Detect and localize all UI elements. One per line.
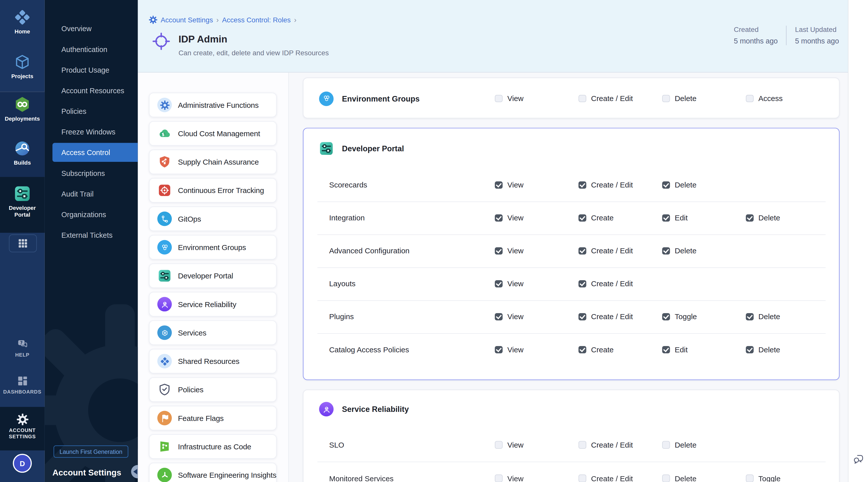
permission-checkbox[interactable] — [746, 346, 753, 354]
resource-category-list: Administrative Functions Cloud Cost Mana… — [138, 72, 289, 482]
avatar[interactable]: D — [13, 454, 32, 473]
permission-label: View — [507, 474, 523, 482]
permission-checkbox[interactable] — [662, 247, 670, 254]
permission-checkbox[interactable] — [495, 441, 502, 449]
permission-checkbox[interactable] — [662, 441, 670, 449]
permission-checkbox[interactable] — [662, 181, 670, 189]
permission-checkbox[interactable] — [495, 313, 502, 321]
permission-checkbox[interactable] — [579, 247, 586, 254]
rail-tool-help[interactable]: HELP — [0, 334, 45, 372]
breadcrumb-link-account-settings[interactable]: Account Settings — [161, 16, 213, 24]
category-continuous-error-tracking[interactable]: Continuous Error Tracking — [149, 178, 277, 203]
sidebar-item-overview[interactable]: Overview — [45, 18, 138, 39]
permission-row-cells: View Create / Edit — [495, 267, 662, 300]
sidebar-item-external-tickets[interactable]: External Tickets — [45, 225, 138, 245]
permission-checkbox[interactable] — [495, 95, 502, 102]
permission-label: Edit — [675, 345, 688, 354]
chat-support-icon[interactable] — [852, 453, 865, 465]
collapse-arrow-icon — [133, 469, 137, 475]
rail-tool-dashboards[interactable]: DASHBOARDS — [0, 372, 45, 407]
permission-checkbox[interactable] — [579, 214, 586, 222]
permission-checkbox[interactable] — [662, 95, 670, 102]
permission-checkbox[interactable] — [746, 313, 753, 321]
permission-checkbox[interactable] — [662, 475, 670, 482]
category-supply-chain-assurance[interactable]: Supply Chain Assurance — [149, 150, 277, 174]
category-policies[interactable]: Policies — [149, 377, 277, 402]
permission-checkbox[interactable] — [579, 475, 586, 482]
rail-module-deployments[interactable]: Deployments — [0, 91, 45, 137]
sidebar-item-product-usage[interactable]: Product Usage — [45, 60, 138, 81]
permission-label: View — [507, 280, 523, 288]
sidebar-item-authentication[interactable]: Authentication — [45, 39, 138, 60]
category-services[interactable]: Services — [149, 321, 277, 345]
category-gitops[interactable]: GitOps — [149, 207, 277, 231]
rail-module-builds[interactable]: Builds — [0, 137, 45, 177]
sidebar-item-access-control[interactable]: Access Control — [53, 143, 138, 162]
sidebar-item-account-resources[interactable]: Account Resources — [45, 81, 138, 101]
permission-checkbox[interactable] — [579, 441, 586, 449]
permission-checkbox[interactable] — [495, 346, 502, 354]
permission-row-cells: View Create / Edit Delete — [495, 169, 746, 202]
permission-checkbox[interactable] — [579, 95, 586, 102]
page-header: Account Settings › Access Control: Roles… — [138, 0, 848, 72]
avatar-section: D — [0, 450, 45, 482]
permission-row-label: Advanced Configuration — [303, 247, 409, 255]
tool-icon — [17, 375, 28, 387]
category-administrative-functions[interactable]: Administrative Functions — [149, 93, 277, 117]
permission-checkbox[interactable] — [579, 181, 586, 189]
permission-cell: Create / Edit — [579, 474, 662, 482]
breadcrumb-link-access-control-roles[interactable]: Access Control: Roles — [222, 16, 290, 24]
permission-cell: Delete — [746, 214, 830, 222]
launch-first-generation-button[interactable]: Launch First Generation — [54, 445, 128, 458]
permission-checkbox[interactable] — [579, 346, 586, 354]
category-label: Supply Chain Assurance — [178, 157, 259, 166]
category-software-engineering-insights[interactable]: Software Engineering Insights — [149, 463, 277, 482]
rail-module-developer-portal[interactable]: Developer Portal — [0, 177, 45, 233]
category-cloud-cost-management[interactable]: Cloud Cost Management — [149, 121, 277, 146]
category-label: Feature Flags — [178, 414, 224, 422]
category-environment-groups[interactable]: Environment Groups — [149, 235, 277, 260]
sidebar-item-organizations[interactable]: Organizations — [45, 204, 138, 225]
permission-cell: View — [495, 94, 579, 102]
permission-row-monitored-services: Monitored Services View Create / Edit De… — [303, 462, 839, 482]
all-modules-button[interactable] — [9, 235, 37, 252]
category-feature-flags[interactable]: Feature Flags — [149, 406, 277, 430]
permission-checkbox[interactable] — [746, 475, 753, 482]
permission-checkbox[interactable] — [662, 313, 670, 321]
permission-label: Create / Edit — [591, 312, 633, 321]
permission-checkbox[interactable] — [746, 214, 753, 222]
rail-module-home[interactable]: Home — [0, 0, 45, 46]
category-icon — [157, 212, 172, 226]
category-label: Services — [178, 328, 207, 337]
category-icon — [157, 240, 172, 254]
permission-checkbox[interactable] — [495, 247, 502, 254]
permission-label: View — [507, 181, 523, 189]
rail-module-projects[interactable]: Projects — [0, 46, 45, 91]
permission-checkbox[interactable] — [495, 214, 502, 222]
permission-checkbox[interactable] — [495, 181, 502, 189]
permission-label: View — [507, 214, 523, 222]
permission-row-cells: View Create / Edit Delete Toggle — [495, 462, 830, 482]
tool-label: DASHBOARDS — [0, 389, 45, 395]
rail-tool-account-settings[interactable]: ACCOUNT SETTINGS — [0, 407, 45, 450]
permission-row-integration: Integration View Create Edit Delete — [303, 202, 839, 235]
sidebar-item-subscriptions[interactable]: Subscriptions — [45, 163, 138, 184]
sidebar-item-freeze-windows[interactable]: Freeze Windows — [45, 122, 138, 142]
permission-cell: Create / Edit — [579, 441, 662, 449]
permission-checkbox[interactable] — [579, 280, 586, 288]
sidebar-item-audit-trail[interactable]: Audit Trail — [45, 184, 138, 204]
permission-checkbox[interactable] — [495, 475, 502, 482]
section-rows: SLO View Create / Edit Delete Monitored … — [303, 428, 839, 482]
category-infrastructure-as-code[interactable]: Infrastructure as Code — [149, 434, 277, 459]
sidebar-item-policies[interactable]: Policies — [45, 101, 138, 122]
permission-cell: Create / Edit — [579, 280, 662, 288]
permission-checkbox[interactable] — [746, 95, 753, 102]
permission-checkbox[interactable] — [495, 280, 502, 288]
permission-checkbox[interactable] — [579, 313, 586, 321]
permission-checkbox[interactable] — [662, 214, 670, 222]
permission-checkbox[interactable] — [662, 346, 670, 354]
category-developer-portal[interactable]: Developer Portal — [149, 263, 277, 288]
category-service-reliability[interactable]: Service Reliability — [149, 292, 277, 317]
category-icon — [157, 354, 172, 368]
category-shared-resources[interactable]: Shared Resources — [149, 349, 277, 373]
